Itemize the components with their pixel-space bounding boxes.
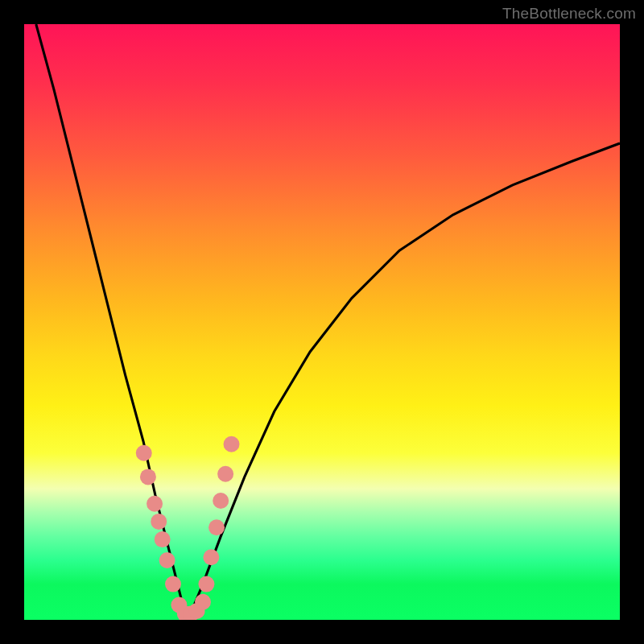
data-point — [140, 469, 156, 485]
data-point — [195, 594, 211, 610]
curve-right — [188, 143, 621, 620]
data-point — [208, 519, 225, 535]
data-point — [165, 576, 181, 592]
chart-outer-frame: TheBottleneck.com — [0, 0, 644, 644]
chart-svg — [24, 24, 620, 620]
data-point — [203, 549, 219, 565]
data-point — [151, 514, 167, 530]
data-point-group — [136, 436, 240, 620]
data-point — [147, 496, 163, 512]
data-point — [198, 576, 214, 592]
data-point — [213, 493, 229, 509]
watermark-label: TheBottleneck.com — [502, 5, 636, 23]
data-point — [136, 445, 152, 461]
data-point — [155, 531, 171, 547]
curve-left — [36, 24, 188, 620]
data-point — [159, 552, 175, 568]
data-point — [224, 436, 240, 452]
chart-plot-area — [24, 24, 620, 620]
data-point — [217, 466, 233, 482]
